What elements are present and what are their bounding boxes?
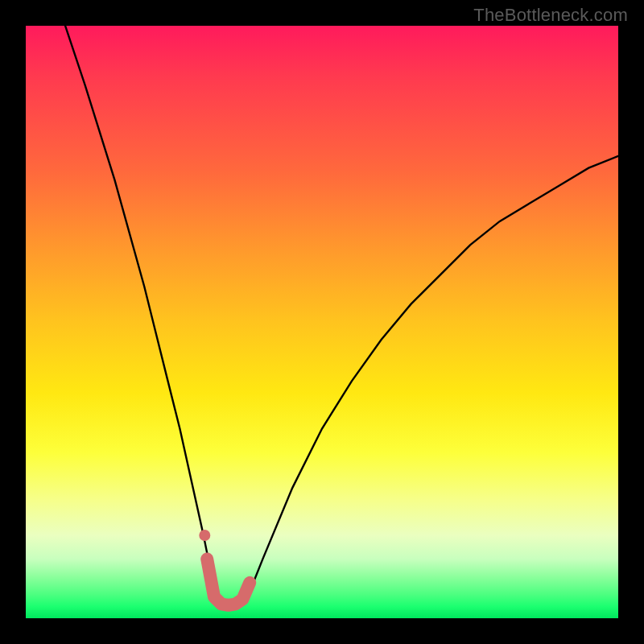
svg-point-0 <box>199 530 210 541</box>
bottleneck-curve <box>56 0 618 606</box>
plot-area <box>26 26 618 618</box>
watermark-text: TheBottleneck.com <box>473 5 628 26</box>
curve-layer <box>26 26 618 618</box>
chart-frame: TheBottleneck.com <box>0 0 644 644</box>
sweet-spot-highlight <box>199 530 250 605</box>
